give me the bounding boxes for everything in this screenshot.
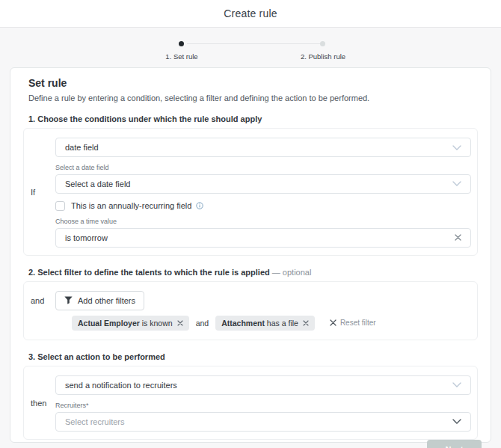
filter-heading-optional: — optional xyxy=(272,268,312,277)
recurring-checkbox-label: This is an annually-recurring field xyxy=(71,201,191,210)
time-value-field xyxy=(55,228,471,248)
date-field-select[interactable]: Select a date field xyxy=(55,174,471,194)
chevron-down-icon xyxy=(452,419,461,424)
funnel-icon xyxy=(64,296,73,304)
chip-field: Actual Employer xyxy=(78,319,140,328)
step-label-publish-rule: 2. Publish rule xyxy=(301,52,345,61)
step-dot-publish-rule xyxy=(320,41,325,46)
filter-chips-row: Actual Employer is known and Attachment … xyxy=(30,316,471,331)
recruiters-select[interactable]: Select recruiters xyxy=(55,412,471,432)
reset-close-icon xyxy=(330,319,336,326)
set-rule-card: Set rule Define a rule by entering a con… xyxy=(10,67,491,443)
chevron-down-icon xyxy=(452,382,461,387)
reset-filter-label: Reset filter xyxy=(340,319,376,327)
then-label: then xyxy=(30,399,55,408)
recruiters-placeholder: Select recruiters xyxy=(65,417,446,426)
card-title: Set rule xyxy=(28,77,473,89)
chip-close-icon[interactable] xyxy=(177,320,183,326)
add-other-filters-button[interactable]: Add other filters xyxy=(55,291,144,310)
page-body: 1. Set rule 2. Publish rule Set rule Def… xyxy=(0,28,501,448)
add-other-filters-label: Add other filters xyxy=(78,296,135,305)
step-dot-set-rule xyxy=(179,41,184,46)
chevron-down-icon xyxy=(452,145,461,150)
condition-group: If date field Select a date field Select… xyxy=(23,128,478,256)
condition-type-select[interactable]: date field xyxy=(55,138,471,157)
time-value-label: Choose a time value xyxy=(55,218,471,226)
date-field-label: Select a date field xyxy=(55,165,471,172)
action-group: then send a notification to recruiters R… xyxy=(23,366,478,440)
chip-condition: has a file xyxy=(267,319,298,328)
step-label-set-rule: 1. Set rule xyxy=(165,52,197,61)
chevron-down-icon xyxy=(452,181,461,186)
chip-close-icon[interactable] xyxy=(303,320,309,326)
clear-time-value-icon[interactable] xyxy=(455,234,461,241)
dialog-header: Create rule xyxy=(0,0,501,28)
action-type-select[interactable]: send a notification to recruiters xyxy=(55,375,471,395)
date-field-value: Select a date field xyxy=(65,179,446,188)
action-type-value: send a notification to recruiters xyxy=(65,381,446,390)
step-connector-line xyxy=(187,43,320,44)
condition-section-heading: 1. Choose the conditions under which the… xyxy=(28,114,473,123)
chip-field: Attachment xyxy=(221,319,265,328)
if-label: If xyxy=(30,188,55,197)
chip-joiner: and xyxy=(196,319,209,328)
and-label: and xyxy=(30,296,55,305)
filter-section-heading: 2. Select filter to define the talents t… xyxy=(28,268,473,277)
reset-filter-button[interactable]: Reset filter xyxy=(330,319,376,327)
condition-type-value: date field xyxy=(65,143,446,152)
recruiters-label: Recruiters* xyxy=(55,402,471,410)
time-value-input[interactable] xyxy=(65,233,455,242)
page-title: Create rule xyxy=(224,7,277,19)
next-button[interactable]: Next xyxy=(427,440,482,448)
filter-heading-text: 2. Select filter to define the talents t… xyxy=(28,268,272,277)
filter-chip[interactable]: Attachment has a file xyxy=(215,316,315,331)
filter-chip[interactable]: Actual Employer is known xyxy=(72,316,189,331)
info-circle-icon[interactable] xyxy=(196,202,203,209)
recurring-checkbox[interactable] xyxy=(55,201,65,211)
filter-group: and Add other filters Actual Employer is… xyxy=(23,281,478,340)
card-description: Define a rule by entering a condition, s… xyxy=(28,93,473,102)
stepper: 1. Set rule 2. Publish rule xyxy=(0,38,501,65)
chip-condition: is known xyxy=(142,319,173,328)
card-footer: Next xyxy=(28,440,482,448)
action-section-heading: 3. Select an action to be performed xyxy=(28,352,473,361)
